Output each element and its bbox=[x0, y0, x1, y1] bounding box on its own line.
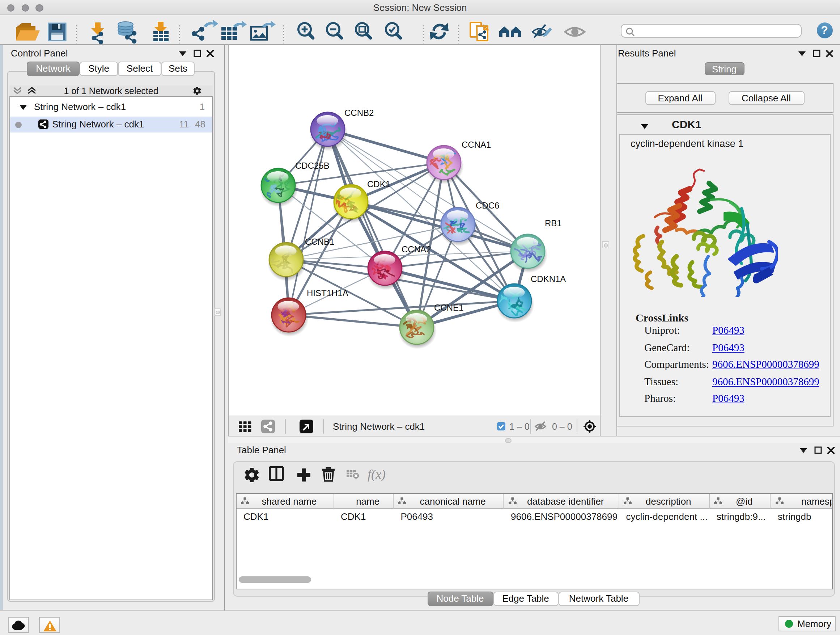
svg-text:RB1: RB1 bbox=[545, 218, 561, 228]
svg-text:CDKN1A: CDKN1A bbox=[531, 274, 565, 284]
svg-text:CDC6: CDC6 bbox=[475, 201, 499, 211]
svg-text:CCNB1: CCNB1 bbox=[305, 237, 334, 247]
svg-text:1 – 0: 1 – 0 bbox=[509, 421, 529, 432]
svg-text:CCNB2: CCNB2 bbox=[344, 108, 373, 118]
svg-text:CCNA2: CCNA2 bbox=[401, 244, 431, 254]
svg-text:CDK1: CDK1 bbox=[367, 179, 390, 189]
svg-text:CCNA1: CCNA1 bbox=[461, 140, 491, 149]
svg-text:CDC25B: CDC25B bbox=[295, 161, 329, 171]
svg-text:CCNE1: CCNE1 bbox=[434, 302, 463, 312]
svg-text:HIST1H1A: HIST1H1A bbox=[306, 288, 348, 298]
svg-text:f(x): f(x) bbox=[368, 467, 386, 481]
svg-text:0 – 0: 0 – 0 bbox=[552, 421, 572, 432]
svg-text:String Network – cdk1: String Network – cdk1 bbox=[332, 421, 424, 432]
